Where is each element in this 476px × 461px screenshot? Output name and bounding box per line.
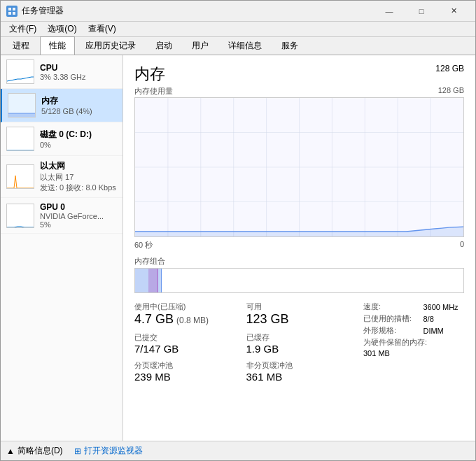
main-window: 任务管理器 — □ ✕ 文件(F) 选项(O) 查看(V) 进程 性能 应用历史… (0, 0, 476, 461)
svg-rect-2 (8, 12, 11, 15)
composition-chart (134, 268, 464, 293)
disk-thumbnail (6, 127, 34, 151)
svg-rect-8 (7, 165, 34, 189)
panel-header: 内存 128 GB (134, 64, 464, 85)
available-label: 可用 (246, 302, 353, 312)
svg-rect-0 (8, 8, 11, 10)
in-use-label: 使用中(已压缩) (134, 302, 241, 312)
comp-modified-bar (148, 269, 158, 292)
stat-in-use: 使用中(已压缩) 4.7 GB (0.8 MB) (134, 302, 241, 327)
stats-grid-bottom: 已提交 7/147 GB 已缓存 1.9 GB (134, 332, 352, 355)
stats-right: 速度: 3600 MHz 已使用的插槽: 8/8 外形规格: DIMM 为硬件保… (352, 302, 464, 383)
time-end: 0 (460, 240, 464, 250)
resource-monitor-link[interactable]: ⊞ 打开资源监视器 (74, 445, 143, 457)
in-use-sub: (0.8 MB) (176, 315, 209, 325)
available-value: 123 GB (246, 312, 353, 327)
panel-capacity: 128 GB (435, 64, 464, 73)
stat-page-pool: 分页缓冲池 239 MB (134, 360, 241, 383)
cached-label: 已缓存 (246, 332, 353, 343)
stat-available: 可用 123 GB (246, 302, 353, 327)
form-label: 外形规格: (363, 325, 417, 336)
network-sub1: 以太网 17 (40, 172, 117, 183)
tab-process[interactable]: 进程 (4, 36, 38, 55)
svg-rect-9 (7, 204, 34, 228)
sidebar-item-disk[interactable]: 磁盘 0 (C: D:) 0% (1, 122, 122, 156)
main-content: CPU 3% 3.38 GHz 内存 5/128 GB (4%) (1, 55, 475, 441)
nonpage-pool-label: 非分页缓冲池 (246, 360, 353, 371)
bottom-bar: ▲ 简略信息(D) ⊞ 打开资源监视器 (1, 441, 475, 460)
menu-view[interactable]: 查看(V) (83, 22, 122, 36)
stats-section: 使用中(已压缩) 4.7 GB (0.8 MB) 可用 123 GB (134, 302, 464, 383)
network-thumbnail (6, 164, 34, 189)
stats-grid-top: 使用中(已压缩) 4.7 GB (0.8 MB) 可用 123 GB (134, 302, 352, 327)
reserved-value: 301 MB (363, 349, 464, 357)
reserved-label: 为硬件保留的内存: (363, 337, 464, 348)
cpu-sub: 3% 3.38 GHz (40, 73, 117, 81)
svg-rect-7 (7, 127, 34, 151)
chart-time-labels: 60 秒 0 (134, 240, 464, 250)
sidebar-item-network[interactable]: 以太网 以太网 17 发送: 0 接收: 8.0 Kbps (1, 156, 122, 198)
menu-file[interactable]: 文件(F) (4, 22, 42, 36)
expand-label: 简略信息(D) (18, 445, 63, 457)
tab-startup[interactable]: 启动 (146, 36, 181, 55)
gpu-sub2: 5% (40, 220, 117, 229)
network-title: 以太网 (40, 160, 117, 172)
disk-info: 磁盘 0 (C: D:) 0% (40, 129, 117, 149)
committed-label: 已提交 (134, 332, 241, 343)
expand-button[interactable]: ▲ 简略信息(D) (6, 445, 63, 457)
sidebar-item-memory[interactable]: 内存 5/128 GB (4%) (1, 89, 122, 122)
committed-value: 7/147 GB (134, 343, 241, 355)
stat-cached: 已缓存 1.9 GB (246, 332, 353, 355)
app-icon (6, 6, 18, 17)
tab-users[interactable]: 用户 (183, 36, 218, 55)
memory-info: 内存 5/128 GB (4%) (41, 95, 117, 115)
slots-value: 8/8 (423, 315, 464, 323)
chart-top-value: 128 GB (438, 86, 464, 97)
gpu-thumbnail (6, 204, 34, 228)
stat-committed: 已提交 7/147 GB (134, 332, 241, 355)
tab-services[interactable]: 服务 (272, 36, 307, 55)
memory-sub: 5/128 GB (4%) (41, 107, 117, 115)
menu-options[interactable]: 选项(O) (42, 22, 82, 36)
cpu-thumbnail (6, 59, 34, 84)
expand-icon: ▲ (6, 446, 15, 456)
tab-app-history[interactable]: 应用历史记录 (76, 36, 145, 55)
speed-label: 速度: (363, 302, 417, 312)
disk-sub: 0% (40, 141, 117, 149)
cached-value: 1.9 GB (246, 343, 353, 355)
network-info: 以太网 以太网 17 发送: 0 接收: 8.0 Kbps (40, 160, 117, 193)
menu-bar: 文件(F) 选项(O) 查看(V) (1, 22, 475, 37)
close-button[interactable]: ✕ (438, 1, 470, 22)
tab-performance[interactable]: 性能 (40, 36, 75, 55)
window-title: 任务管理器 (22, 5, 373, 17)
svg-rect-5 (8, 113, 36, 118)
form-value: DIMM (423, 327, 464, 335)
right-stats-grid: 速度: 3600 MHz 已使用的插槽: 8/8 外形规格: DIMM 为硬件保… (363, 302, 464, 357)
gpu-title: GPU 0 (40, 202, 117, 212)
tab-bar: 进程 性能 应用历史记录 启动 用户 详细信息 服务 (1, 37, 475, 55)
memory-chart (134, 97, 464, 237)
cpu-title: CPU (40, 63, 117, 73)
right-panel: 内存 128 GB 内存使用量 128 GB (123, 55, 475, 441)
sidebar-item-gpu[interactable]: GPU 0 NVIDIA GeForce... 5% (1, 198, 122, 234)
page-pool-value: 239 MB (134, 371, 241, 383)
memory-thumbnail (8, 93, 36, 118)
svg-rect-1 (13, 8, 15, 10)
comp-label: 内存组合 (134, 256, 464, 267)
gpu-sub1: NVIDIA GeForce... (40, 212, 117, 220)
nonpage-pool-value: 361 MB (246, 371, 353, 383)
title-bar: 任务管理器 — □ ✕ (1, 1, 475, 22)
sidebar-item-cpu[interactable]: CPU 3% 3.38 GHz (1, 55, 122, 89)
slots-label: 已使用的插槽: (363, 313, 417, 324)
svg-rect-3 (13, 12, 15, 15)
maximize-button[interactable]: □ (405, 1, 438, 22)
page-pool-label: 分页缓冲池 (134, 360, 241, 371)
minimize-button[interactable]: — (373, 1, 405, 22)
window-controls: — □ ✕ (373, 1, 470, 22)
stats-grid-pool: 分页缓冲池 239 MB 非分页缓冲池 361 MB (134, 360, 352, 383)
monitor-icon: ⊞ (74, 446, 81, 456)
time-start: 60 秒 (134, 240, 153, 250)
tab-details[interactable]: 详细信息 (219, 36, 271, 55)
gpu-info: GPU 0 NVIDIA GeForce... 5% (40, 202, 117, 229)
disk-title: 磁盘 0 (C: D:) (40, 129, 117, 141)
